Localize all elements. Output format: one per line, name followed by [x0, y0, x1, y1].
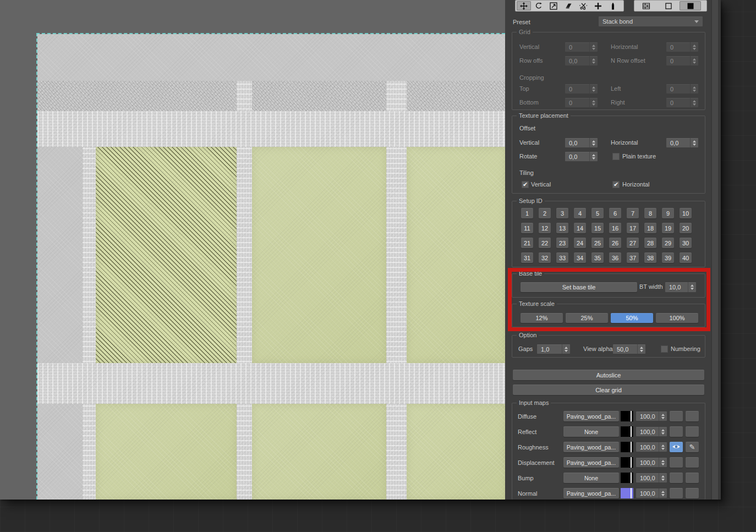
- spinner-arrows-icon[interactable]: [690, 98, 698, 107]
- bump-extra-button-2[interactable]: [686, 473, 699, 483]
- texture-scale-12pct-button[interactable]: 12%: [521, 313, 563, 323]
- spinner-arrows-icon[interactable]: [589, 98, 598, 107]
- setup-id-button-3[interactable]: 3: [556, 208, 568, 218]
- setup-id-button-31[interactable]: 31: [521, 253, 533, 263]
- base-tile-hatched[interactable]: [96, 147, 237, 363]
- normal-map-button[interactable]: Paving_wood_pa...: [563, 488, 619, 498]
- tile-green[interactable]: [252, 147, 386, 363]
- spinner-arrows-icon[interactable]: [589, 42, 598, 52]
- setup-id-button-5[interactable]: 5: [591, 208, 604, 218]
- spinner-arrows-icon[interactable]: [688, 282, 696, 292]
- clear-grid-button[interactable]: Clear grid: [513, 385, 704, 395]
- preset-dropdown[interactable]: Stack bond: [599, 17, 703, 26]
- setup-id-button-23[interactable]: 23: [556, 238, 568, 248]
- row-offs-spinner[interactable]: 0,0: [565, 56, 598, 65]
- spinner-arrows-icon[interactable]: [690, 42, 698, 52]
- displacement-extra-button-2[interactable]: [686, 457, 699, 468]
- brick-view-button[interactable]: [636, 1, 657, 10]
- setup-id-button-11[interactable]: 11: [521, 223, 533, 233]
- reflect-extra-button-1[interactable]: [670, 426, 683, 437]
- texture-scale-25pct-button[interactable]: 25%: [566, 313, 608, 323]
- setup-id-button-4[interactable]: 4: [574, 208, 586, 218]
- spinner-arrows-icon[interactable]: [659, 442, 667, 452]
- spinner-arrows-icon[interactable]: [589, 56, 598, 65]
- spinner-arrows-icon[interactable]: [659, 473, 667, 482]
- crop-left-spinner[interactable]: 0: [666, 84, 698, 94]
- roughness-amount-spinner[interactable]: 100,0: [636, 442, 667, 452]
- reflect-map-button[interactable]: None: [563, 426, 619, 437]
- reflect-color-swatch[interactable]: [621, 426, 633, 437]
- tiling-horizontal-checkbox[interactable]: [612, 181, 620, 188]
- setup-id-button-35[interactable]: 35: [591, 253, 604, 263]
- roughness-color-swatch[interactable]: [621, 442, 633, 452]
- autoslice-button[interactable]: Autoslice: [513, 370, 704, 380]
- texture-viewport[interactable]: [36, 33, 505, 500]
- spinner-arrows-icon[interactable]: [637, 344, 645, 354]
- diffuse-amount-spinner[interactable]: 100,0: [636, 412, 667, 421]
- crop-top-spinner[interactable]: 0: [565, 84, 598, 94]
- offset-vertical-spinner[interactable]: 0,0: [565, 138, 598, 147]
- spinner-arrows-icon[interactable]: [659, 458, 667, 467]
- setup-id-button-10[interactable]: 10: [680, 208, 692, 218]
- setup-id-button-33[interactable]: 33: [556, 253, 568, 263]
- spinner-arrows-icon[interactable]: [589, 152, 598, 161]
- spinner-arrows-icon[interactable]: [659, 412, 667, 421]
- texture-scale-100pct-button[interactable]: 100%: [656, 313, 698, 323]
- setup-id-button-19[interactable]: 19: [662, 223, 674, 233]
- normal-extra-button-1[interactable]: [670, 488, 683, 498]
- roughness-edit-button[interactable]: ✎: [686, 442, 699, 452]
- spinner-arrows-icon[interactable]: [690, 84, 698, 94]
- tile-green[interactable]: [96, 404, 237, 500]
- normal-amount-spinner[interactable]: 100,0: [636, 489, 667, 498]
- view-alpha-spinner[interactable]: 50,0: [613, 344, 645, 354]
- setup-id-button-25[interactable]: 25: [591, 238, 604, 248]
- eraser-tool-button[interactable]: [561, 1, 576, 10]
- set-base-tile-button[interactable]: Set base tile: [521, 282, 637, 292]
- reflect-extra-button-2[interactable]: [686, 426, 699, 437]
- add-tool-button[interactable]: [591, 1, 605, 10]
- roughness-map-button[interactable]: Paving_wood_pa...: [563, 442, 619, 452]
- displacement-map-button[interactable]: Paving_wood_pa...: [563, 457, 619, 468]
- setup-id-button-40[interactable]: 40: [680, 253, 692, 263]
- normal-extra-button-2[interactable]: [686, 488, 699, 498]
- numbering-checkbox[interactable]: [661, 345, 668, 353]
- plain-texture-checkbox[interactable]: [612, 153, 620, 160]
- grid-vertical-spinner[interactable]: 0: [565, 42, 598, 52]
- texture-scale-50pct-button[interactable]: 50%: [611, 313, 653, 323]
- setup-id-button-28[interactable]: 28: [644, 238, 656, 248]
- roughness-visibility-button[interactable]: [670, 442, 683, 452]
- grid-horizontal-spinner[interactable]: 0: [666, 42, 698, 52]
- setup-id-button-26[interactable]: 26: [609, 238, 621, 248]
- panel-scrollbar[interactable]: [711, 0, 721, 500]
- setup-id-button-7[interactable]: 7: [627, 208, 639, 218]
- rotate-tool-button[interactable]: [532, 1, 546, 10]
- bump-color-swatch[interactable]: [621, 473, 633, 483]
- setup-id-button-38[interactable]: 38: [644, 253, 656, 263]
- rotate-spinner[interactable]: 0,0: [565, 152, 598, 161]
- cut-tool-button[interactable]: [576, 1, 590, 10]
- scale-tool-button[interactable]: [546, 1, 561, 10]
- crop-right-spinner[interactable]: 0: [666, 98, 698, 107]
- bump-extra-button-1[interactable]: [670, 473, 683, 483]
- normal-color-swatch[interactable]: [621, 488, 633, 498]
- tile-green[interactable]: [407, 404, 505, 500]
- spinner-arrows-icon[interactable]: [659, 427, 667, 436]
- spinner-arrows-icon[interactable]: [690, 56, 698, 65]
- tiling-vertical-checkbox[interactable]: [522, 181, 529, 188]
- setup-id-button-6[interactable]: 6: [609, 208, 621, 218]
- displacement-color-swatch[interactable]: [621, 457, 633, 468]
- spinner-arrows-icon[interactable]: [690, 138, 698, 147]
- setup-id-button-22[interactable]: 22: [539, 238, 551, 248]
- displacement-amount-spinner[interactable]: 100,0: [636, 458, 667, 467]
- spinner-arrows-icon[interactable]: [659, 489, 667, 498]
- crop-bottom-spinner[interactable]: 0: [565, 98, 598, 107]
- spinner-arrows-icon[interactable]: [589, 138, 598, 147]
- outline-view-button[interactable]: [658, 1, 679, 10]
- draw-tool-button[interactable]: [606, 1, 620, 10]
- setup-id-button-15[interactable]: 15: [591, 223, 604, 233]
- diffuse-extra-button-2[interactable]: [686, 411, 699, 421]
- setup-id-button-32[interactable]: 32: [539, 253, 551, 263]
- offset-horizontal-spinner[interactable]: 0,0: [666, 138, 698, 147]
- diffuse-extra-button-1[interactable]: [670, 411, 683, 421]
- bump-amount-spinner[interactable]: 100,0: [636, 473, 667, 482]
